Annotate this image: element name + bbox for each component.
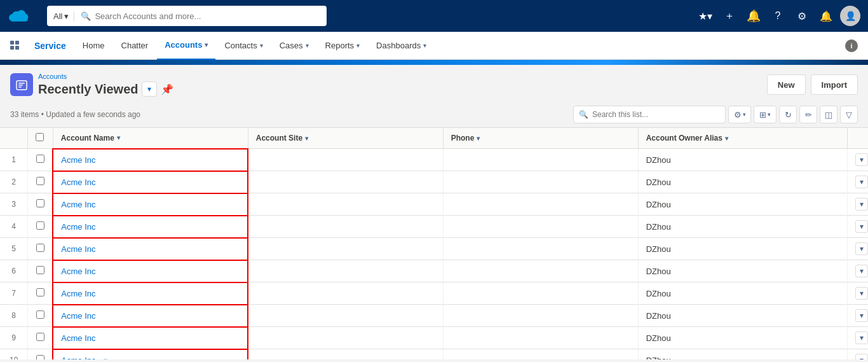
- row-checkbox-cell[interactable]: [28, 149, 53, 171]
- nav-item-reports[interactable]: Reports ▾: [318, 32, 368, 60]
- select-all-checkbox[interactable]: [36, 133, 44, 141]
- global-search-bar[interactable]: All ▾ 🔍: [47, 6, 327, 26]
- row-checkbox[interactable]: [36, 288, 44, 296]
- row-dropdown-btn[interactable]: ▾: [855, 287, 868, 300]
- account-name-link[interactable]: Acme Inc: [61, 244, 95, 254]
- row-checkbox[interactable]: [36, 155, 44, 163]
- row-checkbox-cell[interactable]: [28, 327, 53, 349]
- row-checkbox-cell[interactable]: [28, 238, 53, 260]
- account-name-link[interactable]: Acme Inc: [61, 311, 95, 321]
- row-action-cell[interactable]: ▾: [847, 171, 868, 193]
- nav-item-chatter[interactable]: Chatter: [114, 32, 156, 60]
- row-checkbox[interactable]: [36, 221, 44, 230]
- favorites-icon-btn[interactable]: ★▾: [695, 6, 715, 26]
- nav-item-accounts[interactable]: Accounts ▾: [157, 32, 215, 60]
- salesforce-logo[interactable]: [8, 4, 31, 27]
- edit-columns-btn[interactable]: ✏: [799, 106, 817, 123]
- column-settings-btn[interactable]: ⚙ ▾: [728, 106, 751, 123]
- search-scope-selector[interactable]: All ▾: [53, 11, 74, 21]
- settings-icon-btn[interactable]: ⚙: [792, 6, 812, 26]
- global-search-input[interactable]: [95, 11, 320, 21]
- row-checkbox[interactable]: [36, 177, 44, 185]
- phone-cell: [443, 349, 638, 360]
- svg-rect-11: [18, 85, 23, 86]
- nav-item-cases[interactable]: Cases ▾: [272, 32, 316, 60]
- nav-item-contacts[interactable]: Contacts ▾: [217, 32, 270, 60]
- account-owner-header[interactable]: Account Owner Alias ▾: [638, 128, 847, 149]
- row-dropdown-btn[interactable]: ▾: [855, 242, 868, 255]
- row-action-cell[interactable]: ▾: [847, 327, 868, 349]
- columns-toggle-btn[interactable]: ⊞ ▾: [754, 106, 776, 123]
- row-dropdown-btn[interactable]: ▾: [855, 220, 868, 233]
- row-checkbox[interactable]: [36, 310, 44, 319]
- row-action-cell[interactable]: ▾: [847, 282, 868, 305]
- add-icon-btn[interactable]: ＋: [719, 6, 740, 26]
- row-dropdown-btn[interactable]: ▾: [855, 153, 868, 166]
- row-checkbox[interactable]: [36, 355, 44, 359]
- edit-inline-icon[interactable]: ✏: [103, 356, 109, 360]
- help-icon-btn[interactable]: ?: [768, 6, 788, 26]
- row-action-cell[interactable]: ▾: [847, 216, 868, 238]
- nav-item-dashboards[interactable]: Dashboards ▾: [369, 32, 434, 60]
- row-checkbox-cell[interactable]: [28, 171, 53, 193]
- account-name-link[interactable]: Acme Inc: [61, 267, 95, 276]
- account-name-header[interactable]: Account Name ▾: [53, 128, 248, 149]
- account-name-cell[interactable]: Acme Inc: [53, 305, 248, 327]
- account-name-link[interactable]: Acme Inc: [61, 155, 95, 165]
- row-checkbox-cell[interactable]: [28, 193, 53, 216]
- import-button[interactable]: Import: [811, 74, 858, 95]
- row-action-cell[interactable]: ▾: [847, 260, 868, 282]
- trailhead-icon-btn[interactable]: 🔔: [743, 6, 764, 26]
- row-action-cell[interactable]: ▾: [847, 149, 868, 171]
- list-search-bar[interactable]: 🔍: [573, 106, 726, 123]
- account-name-link[interactable]: Acme Inc: [61, 200, 95, 209]
- select-all-header[interactable]: [28, 128, 53, 149]
- row-action-cell[interactable]: ▾: [847, 193, 868, 216]
- row-action-cell[interactable]: ▾: [847, 238, 868, 260]
- row-dropdown-btn[interactable]: ▾: [855, 331, 868, 344]
- account-name-cell[interactable]: Acme Inc: [53, 327, 248, 349]
- row-dropdown-btn[interactable]: ▾: [855, 265, 868, 277]
- row-checkbox-cell[interactable]: [28, 349, 53, 360]
- pin-icon[interactable]: 📌: [161, 83, 173, 95]
- nav-item-home[interactable]: Home: [75, 32, 112, 60]
- phone-header[interactable]: Phone ▾: [443, 128, 638, 149]
- row-dropdown-btn[interactable]: ▾: [855, 354, 868, 359]
- row-dropdown-btn[interactable]: ▾: [855, 198, 868, 211]
- notifications-icon-btn[interactable]: 🔔: [816, 6, 836, 26]
- row-action-cell[interactable]: ▾: [847, 305, 868, 327]
- account-name-link[interactable]: Acme Inc: [61, 289, 95, 298]
- account-name-link[interactable]: Acme Inc: [61, 178, 95, 187]
- row-checkbox-cell[interactable]: [28, 216, 53, 238]
- account-name-cell[interactable]: Acme Inc: [53, 282, 248, 305]
- account-name-link[interactable]: Acme Inc: [61, 222, 95, 232]
- row-dropdown-btn[interactable]: ▾: [855, 309, 868, 322]
- chart-btn[interactable]: ◫: [820, 106, 837, 123]
- account-name-cell[interactable]: Acme Inc ✏: [53, 349, 248, 360]
- account-name-link[interactable]: Acme Inc: [61, 356, 95, 360]
- account-name-cell[interactable]: Acme Inc: [53, 238, 248, 260]
- list-view-switcher-btn[interactable]: ▾: [142, 81, 157, 97]
- row-dropdown-btn[interactable]: ▾: [855, 176, 868, 188]
- account-name-link[interactable]: Acme Inc: [61, 333, 95, 343]
- user-avatar[interactable]: 👤: [840, 6, 860, 26]
- account-site-header[interactable]: Account Site ▾: [248, 128, 443, 149]
- row-checkbox[interactable]: [36, 244, 44, 252]
- app-launcher-btn[interactable]: [5, 36, 25, 56]
- row-checkbox-cell[interactable]: [28, 260, 53, 282]
- account-name-cell[interactable]: Acme Inc: [53, 149, 248, 171]
- row-checkbox-cell[interactable]: [28, 305, 53, 327]
- row-checkbox[interactable]: [36, 333, 44, 341]
- refresh-btn[interactable]: ↻: [779, 106, 797, 123]
- account-name-cell[interactable]: Acme Inc: [53, 193, 248, 216]
- list-search-input[interactable]: [592, 110, 720, 119]
- row-checkbox-cell[interactable]: [28, 282, 53, 305]
- filter-btn[interactable]: ▽: [840, 106, 858, 123]
- row-action-cell[interactable]: ▾: [847, 349, 868, 360]
- account-name-cell[interactable]: Acme Inc: [53, 216, 248, 238]
- account-name-cell[interactable]: Acme Inc: [53, 260, 248, 282]
- row-checkbox[interactable]: [36, 199, 44, 207]
- account-name-cell[interactable]: Acme Inc: [53, 171, 248, 193]
- new-button[interactable]: New: [767, 74, 806, 95]
- row-checkbox[interactable]: [36, 266, 44, 274]
